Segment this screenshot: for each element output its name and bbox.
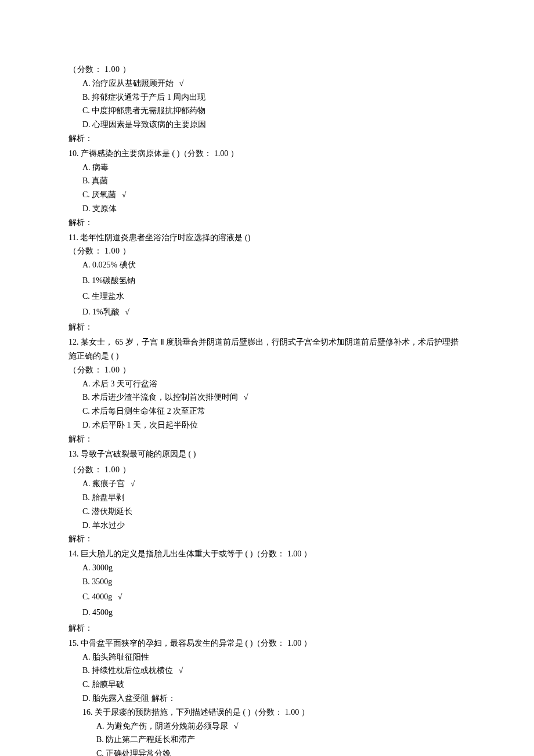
option-text: A. 为避免产伤，阴道分娩前必须导尿: [96, 722, 228, 730]
score-line: （分数： 1.00 ）: [68, 63, 466, 77]
analysis-label: 解析：: [68, 621, 466, 635]
q14-option-b: B. 3500g: [68, 575, 466, 589]
score-suffix: ）: [120, 247, 131, 255]
option-text: A. 治疗应从基础照顾开始: [82, 79, 174, 88]
q12-option-a: A. 术后 3 天可行盆浴: [68, 377, 466, 391]
checkmark-icon: √: [125, 308, 129, 316]
q16-option-b: B. 防止第二产程延长和滞产: [68, 733, 466, 747]
analysis-label: 解析：: [68, 432, 466, 446]
q11-option-d: D. 1%乳酸 √: [68, 305, 466, 319]
q16-option-c: C. 正确处理异常分娩: [68, 747, 466, 756]
q13-stem: 13. 导致子宫破裂最可能的原因是 ( ): [68, 447, 466, 461]
q15-stem: 15. 中骨盆平面狭窄的孕妇，最容易发生的异常是 ( )（分数： 1.00 ）: [68, 636, 466, 650]
q13-option-c: C. 潜伏期延长: [68, 505, 466, 519]
q13-option-d: D. 羊水过少: [68, 519, 466, 533]
q14-option-c: C. 4000g √: [68, 590, 466, 604]
score-prefix: （分数：: [68, 366, 104, 374]
score-suffix: ）: [120, 465, 131, 474]
score-prefix: （分数：: [68, 65, 104, 74]
checkmark-icon: √: [234, 722, 239, 730]
q16-stem: 16. 关于尿瘘的预防措施，下列描述错误的是 ( )（分数： 1.00 ）: [68, 706, 466, 719]
checkmark-icon: √: [244, 393, 248, 401]
option-text: B. 持续性枕后位或枕横位: [82, 666, 173, 675]
q15-option-b: B. 持续性枕后位或枕横位 √: [68, 664, 466, 678]
q9-option-a: A. 治疗应从基础照顾开始 √: [68, 77, 466, 91]
checkmark-icon: √: [122, 190, 127, 199]
analysis-label: 解析：: [68, 532, 466, 546]
analysis-label: 解析：: [68, 132, 466, 146]
option-text: B. 术后进少渣半流食，以控制首次排便时间: [82, 393, 238, 401]
q12-stem: 12. 某女士， 65 岁，子宫 Ⅱ 度脱垂合并阴道前后壁膨出，行阴式子宫全切术…: [68, 335, 466, 363]
q10-option-d: D. 支原体: [68, 202, 466, 216]
q11-option-c: C. 生理盐水: [68, 290, 466, 303]
q10-option-b: B. 真菌: [68, 174, 466, 188]
q14-option-a: A. 3000g: [68, 561, 466, 575]
score-suffix: ）: [120, 65, 131, 74]
q9-option-d: D. 心理因素是导致该病的主要原因: [68, 118, 466, 132]
q10-option-a: A. 病毒: [68, 161, 466, 175]
q11-stem: 11. 老年性阴道炎患者坐浴治疗时应选择的溶液是 (): [68, 231, 466, 245]
q14-stem: 14. 巨大胎儿的定义是指胎儿出生体重大于或等于 ( )（分数： 1.00 ）: [68, 547, 466, 561]
score-line: （分数： 1.00 ）: [68, 463, 466, 477]
checkmark-icon: √: [131, 479, 135, 488]
q9-option-b: B. 抑郁症状通常于产后 1 周内出现: [68, 91, 466, 104]
option-text: A. 瘢痕子宫: [82, 479, 125, 488]
score-line: （分数： 1.00 ）: [68, 244, 466, 258]
q10-option-c: C. 厌氧菌 √: [68, 188, 466, 202]
q14-option-d: D. 4500g: [68, 606, 466, 620]
score-value: 1.00: [104, 65, 120, 74]
option-text: C. 厌氧菌: [82, 190, 116, 199]
q10-stem: 10. 产褥感染的主要病原体是 ( )（分数： 1.00 ）: [68, 147, 466, 161]
option-text: C. 4000g: [82, 592, 112, 601]
q16-option-a: A. 为避免产伤，阴道分娩前必须导尿 √: [68, 719, 466, 733]
q15-option-d: D. 胎先露入盆受阻 解析：: [68, 692, 466, 706]
score-suffix: ）: [120, 366, 131, 374]
score-prefix: （分数：: [68, 465, 104, 474]
q15-option-a: A. 胎头跨耻征阳性: [68, 650, 466, 664]
checkmark-icon: √: [118, 592, 122, 601]
q9-option-c: C. 中度抑郁患者无需服抗抑郁药物: [68, 104, 466, 118]
checkmark-icon: √: [179, 666, 183, 675]
score-value: 1.00: [104, 465, 120, 474]
score-value: 1.00: [104, 247, 120, 255]
checkmark-icon: √: [179, 79, 184, 88]
score-prefix: （分数：: [68, 247, 104, 255]
q13-option-b: B. 胎盘早剥: [68, 491, 466, 505]
analysis-label: 解析：: [68, 320, 466, 334]
q13-option-a: A. 瘢痕子宫 √: [68, 477, 466, 491]
analysis-label: 解析：: [68, 216, 466, 230]
score-line: （分数： 1.00 ）: [68, 363, 466, 377]
score-value: 1.00: [104, 366, 120, 374]
option-text: D. 1%乳酸: [82, 308, 120, 316]
q15-option-c: C. 胎膜早破: [68, 678, 466, 692]
q12-option-b: B. 术后进少渣半流食，以控制首次排便时间 √: [68, 390, 466, 404]
q11-option-a: A. 0.025% 碘伏: [68, 258, 466, 272]
q11-option-b: B. 1%碳酸氢钠: [68, 274, 466, 288]
q12-option-c: C. 术后每日测生命体征 2 次至正常: [68, 404, 466, 418]
q12-option-d: D. 术后平卧 1 天，次日起半卧位: [68, 418, 466, 432]
